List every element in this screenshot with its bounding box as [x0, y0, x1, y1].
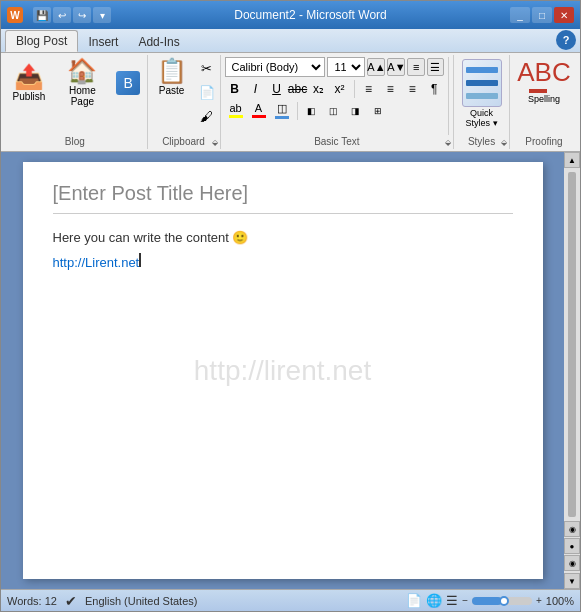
clipboard-expand-icon[interactable]: ⬙ [212, 138, 218, 147]
watermark-text: http://lirent.net [194, 355, 371, 387]
document-url[interactable]: http://Lirent.net [53, 255, 140, 270]
font-grow-button[interactable]: A▲ [367, 58, 385, 76]
spelling-button[interactable]: ABC Spelling [513, 57, 574, 107]
more-options-button[interactable]: ⊞ [368, 101, 388, 121]
tab-insert[interactable]: Insert [78, 32, 128, 52]
align-center-button[interactable]: ≡ [380, 79, 400, 99]
publish-icon: 📤 [14, 65, 44, 89]
home-page-button[interactable]: 🏠 Home Page [53, 57, 112, 109]
font-name-row: Calibri (Body) 11 A▲ A▼ ≡ ☰ [225, 57, 445, 77]
zoom-slider[interactable] [472, 597, 532, 605]
scroll-prev-button[interactable]: ◉ [564, 521, 580, 537]
title-bar: W 💾 ↩ ↪ ▾ Document2 - Microsoft Word _ □… [1, 1, 580, 29]
maximize-button[interactable]: □ [532, 7, 552, 23]
divider2 [297, 102, 298, 120]
smiley-icon: 🙂 [232, 230, 248, 245]
italic-button[interactable]: I [246, 79, 266, 99]
list-bullet-button[interactable]: ≡ [407, 58, 424, 76]
font-format-row: B I U abc x₂ x² ≡ ≡ ≡ ¶ [225, 79, 445, 99]
color-row: ab A ◫ ◧ ◫ [225, 101, 445, 121]
quick-styles-icon [462, 59, 502, 107]
view-web-icon[interactable]: 🌐 [426, 593, 442, 608]
document-container: [Enter Post Title Here] Here you can wri… [1, 152, 580, 589]
cursor [139, 253, 141, 267]
font-size-select[interactable]: 11 [327, 57, 365, 77]
font-shrink-button[interactable]: A▼ [387, 58, 405, 76]
basic-text-expand-icon[interactable]: ⬙ [445, 138, 451, 147]
list-number-button[interactable]: ☰ [427, 58, 444, 76]
blog-extra-icon: B [114, 57, 143, 109]
justify-button[interactable]: ≡ [402, 79, 422, 99]
quick-access-toolbar: 💾 ↩ ↪ ▾ [33, 7, 111, 23]
content-text: Here you can write the content [53, 230, 233, 245]
font-name-select[interactable]: Calibri (Body) [225, 57, 326, 77]
save-icon[interactable]: 💾 [33, 7, 51, 23]
paste-button[interactable]: 📋 Paste [150, 57, 194, 98]
styles-expand-icon[interactable]: ⬙ [501, 138, 507, 147]
app-window: W 💾 ↩ ↪ ▾ Document2 - Microsoft Word _ □… [0, 0, 581, 612]
document-content[interactable]: Here you can write the content 🙂 [53, 230, 513, 245]
scroll-up-button[interactable]: ▲ [564, 152, 580, 168]
help-button[interactable]: ? [556, 30, 576, 50]
cut-button[interactable]: ✂ [196, 57, 218, 79]
document-scroll-area[interactable]: [Enter Post Title Here] Here you can wri… [1, 152, 564, 589]
scroll-down-button[interactable]: ▼ [564, 573, 580, 589]
close-button[interactable]: ✕ [554, 7, 574, 23]
zoom-level: 100% [546, 595, 574, 607]
highlight-color-button[interactable]: ab [225, 101, 247, 121]
format-painter-button[interactable]: 🖌 [196, 105, 218, 127]
word-icon: W [7, 7, 23, 23]
document-title[interactable]: [Enter Post Title Here] [53, 182, 513, 214]
align-center2-button[interactable]: ◫ [324, 101, 344, 121]
status-bar: Words: 12 ✔ English (United States) 📄 🌐 … [1, 589, 580, 611]
blog-group-content: 📤 Publish 🏠 Home Page B [7, 57, 143, 109]
paragraph-button[interactable]: ¶ [424, 79, 444, 99]
blog-logo-icon: B [116, 71, 140, 95]
clipboard-small-buttons: ✂ 📄 🖌 [196, 57, 218, 127]
vertical-scrollbar[interactable]: ▲ ◉ ● ◉ ▼ [564, 152, 580, 589]
align-left-button[interactable]: ≡ [359, 79, 379, 99]
superscript-button[interactable]: x² [330, 79, 350, 99]
font-color-icon: A [255, 102, 262, 114]
paste-icon: 📋 [157, 59, 187, 83]
scroll-thumb[interactable] [568, 172, 576, 517]
font-color-button[interactable]: A [248, 101, 270, 121]
publish-button[interactable]: 📤 Publish [7, 57, 51, 109]
home-icon: 🏠 [67, 59, 97, 83]
dropdown-icon[interactable]: ▾ [93, 7, 111, 23]
scroll-next-button[interactable]: ◉ [564, 555, 580, 571]
basic-text-group-label: Basic Text [221, 136, 454, 147]
ribbon-group-clipboard: 📋 Paste ✂ 📄 🖌 Clipboard ⬙ [148, 55, 221, 149]
highlight-icon: ab [229, 102, 241, 114]
bold-button[interactable]: B [225, 79, 245, 99]
zoom-out-button[interactable]: − [462, 595, 468, 606]
document-page[interactable]: [Enter Post Title Here] Here you can wri… [23, 162, 543, 579]
formatting-buttons: B I U abc x₂ x² [225, 79, 350, 99]
quick-styles-button[interactable]: QuickStyles ▾ [458, 57, 506, 131]
tab-addins[interactable]: Add-Ins [128, 32, 189, 52]
underline-button[interactable]: U [267, 79, 287, 99]
minimize-button[interactable]: _ [510, 7, 530, 23]
spelling-label: Spelling [528, 95, 560, 105]
divider [354, 80, 355, 98]
copy-button[interactable]: 📄 [196, 81, 218, 103]
shading-color-bar [275, 116, 289, 119]
zoom-in-button[interactable]: + [536, 595, 542, 606]
style-bar-3 [466, 93, 498, 99]
align-right2-button[interactable]: ◨ [346, 101, 366, 121]
undo-icon[interactable]: ↩ [53, 7, 71, 23]
tab-blog-post[interactable]: Blog Post [5, 30, 78, 52]
redo-icon[interactable]: ↪ [73, 7, 91, 23]
styles-group-content: QuickStyles ▾ [458, 57, 506, 147]
language: English (United States) [85, 595, 198, 607]
spell-check-icon[interactable]: ✔ [65, 593, 77, 609]
view-outline-icon[interactable]: ☰ [446, 593, 458, 608]
scroll-track[interactable] [564, 168, 580, 521]
align-left2-button[interactable]: ◧ [302, 101, 322, 121]
zoom-thumb[interactable] [499, 596, 509, 606]
view-normal-icon[interactable]: 📄 [406, 593, 422, 608]
strikethrough-button[interactable]: abc [288, 79, 308, 99]
shading-button[interactable]: ◫ [271, 101, 293, 121]
scroll-select-button[interactable]: ● [564, 538, 580, 554]
subscript-button[interactable]: x₂ [309, 79, 329, 99]
